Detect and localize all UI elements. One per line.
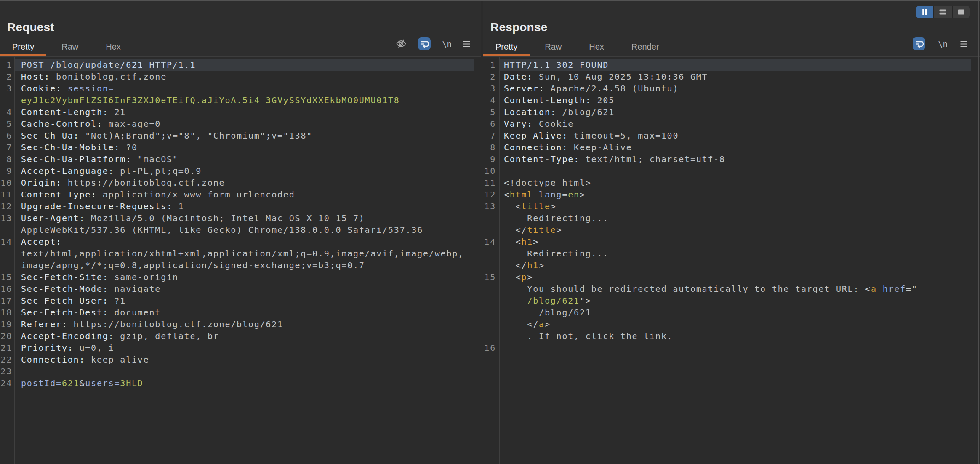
code-line[interactable]: 15Sec-Fetch-Site: same-origin xyxy=(0,271,481,283)
code-line[interactable]: 21Priority: u=0, i xyxy=(0,342,481,354)
code-line[interactable]: 10Origin: https://bonitoblog.ctf.zone xyxy=(0,177,481,189)
code-line[interactable]: /blog/621 xyxy=(483,307,980,318)
code-line[interactable]: 5Location: /blog/621 xyxy=(483,106,980,118)
code-line[interactable]: 19Referer: https://bonitoblog.ctf.zone/b… xyxy=(0,318,481,330)
line-number xyxy=(483,212,499,224)
code-line[interactable]: 2Host: bonitoblog.ctf.zone xyxy=(0,71,481,83)
code-line[interactable]: Redirecting... xyxy=(483,248,980,259)
line-number: 10 xyxy=(483,165,499,177)
line-number: 13 xyxy=(483,200,499,212)
code-line[interactable]: image/apng,*/*;q=0.8,application/signed-… xyxy=(0,259,481,271)
code-line[interactable]: 4Content-Length: 205 xyxy=(483,94,980,106)
code-line[interactable]: 14Accept: xyxy=(0,236,481,248)
code-line[interactable]: 17Sec-Fetch-User: ?1 xyxy=(0,295,481,307)
eye-off-icon[interactable] xyxy=(396,38,407,49)
code-line[interactable]: 8Sec-Ch-Ua-Platform: "macOS" xyxy=(0,153,481,165)
code-line[interactable]: 24postId=621&users=3HLD xyxy=(0,377,481,389)
word-wrap-button[interactable] xyxy=(913,37,925,50)
code-line[interactable]: 12<html lang=en> xyxy=(483,189,980,200)
line-number: 9 xyxy=(483,153,499,165)
code-line[interactable]: 7Keep-Alive: timeout=5, max=100 xyxy=(483,130,980,141)
code-line[interactable]: 22Connection: keep-alive xyxy=(0,354,481,365)
code-line[interactable]: 20Accept-Encoding: gzip, deflate, br xyxy=(0,330,481,342)
request-editor[interactable]: 1POST /blog/update/621 HTTP/1.12Host: bo… xyxy=(0,57,481,464)
code-line[interactable]: 13 <title> xyxy=(483,200,980,212)
code-line[interactable]: 9Accept-Language: pl-PL,pl;q=0.9 xyxy=(0,165,481,177)
newline-toggle[interactable]: \n xyxy=(442,39,452,48)
code-line[interactable]: 15 <p> xyxy=(483,271,980,283)
line-number: 18 xyxy=(0,307,14,318)
tab-hex[interactable]: Hex xyxy=(577,40,616,56)
code-line[interactable]: 11<!doctype html> xyxy=(483,177,980,189)
columns-layout-button[interactable] xyxy=(916,6,933,18)
code-line[interactable]: 11Content-Type: application/x-www-form-u… xyxy=(0,189,481,200)
code-line[interactable]: . If not, click the link. xyxy=(483,330,980,342)
line-number: 5 xyxy=(0,118,14,130)
request-header: Request PrettyRawHex \n xyxy=(0,1,481,57)
line-number xyxy=(483,307,499,318)
response-editor[interactable]: 1HTTP/1.1 302 FOUND2Date: Sun, 10 Aug 20… xyxy=(483,57,980,464)
line-number: 9 xyxy=(0,165,14,177)
line-number: 2 xyxy=(483,71,499,83)
line-number xyxy=(0,259,14,271)
code-line[interactable]: text/html,application/xhtml+xml,applicat… xyxy=(0,248,481,259)
line-number xyxy=(483,248,499,259)
code-line[interactable]: 9Content-Type: text/html; charset=utf-8 xyxy=(483,153,980,165)
code-line[interactable]: 13User-Agent: Mozilla/5.0 (Macintosh; In… xyxy=(0,212,481,224)
menu-icon[interactable] xyxy=(463,40,470,48)
line-number: 11 xyxy=(0,189,14,200)
line-number: 3 xyxy=(0,83,14,94)
tab-raw[interactable]: Raw xyxy=(49,40,91,56)
code-line[interactable]: eyJ1c2VybmFtZSI6InF3ZXJ0eTEifQ.aJiYoA.5i… xyxy=(0,94,481,106)
response-tabbar: PrettyRawHexRender xyxy=(483,40,980,56)
single-layout-button[interactable] xyxy=(952,6,970,18)
tab-render[interactable]: Render xyxy=(619,40,671,56)
line-number: 2 xyxy=(0,71,14,83)
code-line[interactable]: 12Upgrade-Insecure-Requests: 1 xyxy=(0,200,481,212)
code-line[interactable]: 8Connection: Keep-Alive xyxy=(483,141,980,153)
code-line[interactable]: 16Sec-Fetch-Mode: navigate xyxy=(0,283,481,295)
code-line[interactable]: 5Cache-Control: max-age=0 xyxy=(0,118,481,130)
code-line[interactable]: AppleWebKit/537.36 (KHTML, like Gecko) C… xyxy=(0,224,481,236)
line-number: 15 xyxy=(0,271,14,283)
code-line[interactable]: 6Sec-Ch-Ua: "Not)A;Brand";v="8", "Chromi… xyxy=(0,130,481,141)
word-wrap-button[interactable] xyxy=(418,37,431,50)
code-line[interactable]: 1POST /blog/update/621 HTTP/1.1 xyxy=(0,59,481,71)
tab-raw[interactable]: Raw xyxy=(533,40,574,56)
response-header: Response PrettyRawHexRender \n xyxy=(483,1,980,57)
code-line[interactable]: 10 xyxy=(483,165,980,177)
rows-layout-button[interactable] xyxy=(933,6,951,18)
code-line[interactable]: 6Vary: Cookie xyxy=(483,118,980,130)
request-title: Request xyxy=(7,21,54,34)
code-line[interactable]: 2Date: Sun, 10 Aug 2025 13:10:36 GMT xyxy=(483,71,980,83)
code-line[interactable]: Redirecting... xyxy=(483,212,980,224)
code-line[interactable]: 3Server: Apache/2.4.58 (Ubuntu) xyxy=(483,83,980,94)
line-number xyxy=(483,318,499,330)
code-line[interactable]: </a> xyxy=(483,318,980,330)
window-right-edge xyxy=(978,1,979,464)
tab-pretty[interactable]: Pretty xyxy=(0,40,46,56)
code-line[interactable]: 3Cookie: session= xyxy=(0,83,481,94)
tab-pretty[interactable]: Pretty xyxy=(483,40,530,56)
menu-icon[interactable] xyxy=(960,40,967,48)
line-number: 8 xyxy=(483,141,499,153)
line-number xyxy=(483,259,499,271)
code-line[interactable]: 7Sec-Ch-Ua-Mobile: ?0 xyxy=(0,141,481,153)
code-line[interactable]: 16 xyxy=(483,342,980,354)
code-line[interactable]: 18Sec-Fetch-Dest: document xyxy=(0,307,481,318)
code-line[interactable]: 23 xyxy=(0,365,481,377)
tab-hex[interactable]: Hex xyxy=(93,40,133,56)
code-line[interactable]: </h1> xyxy=(483,259,980,271)
line-number: 1 xyxy=(0,59,14,71)
code-line[interactable]: You should be redirected automatically t… xyxy=(483,283,980,295)
response-toolbar: \n xyxy=(913,37,980,51)
request-toolbar: \n xyxy=(396,37,481,51)
newline-toggle[interactable]: \n xyxy=(938,39,948,48)
line-number: 6 xyxy=(483,118,499,130)
code-line[interactable]: </title> xyxy=(483,224,980,236)
code-line[interactable]: 4Content-Length: 21 xyxy=(0,106,481,118)
code-line[interactable]: 1HTTP/1.1 302 FOUND xyxy=(483,59,980,71)
code-line[interactable]: 14 <h1> xyxy=(483,236,980,248)
line-number: 15 xyxy=(483,271,499,283)
code-line[interactable]: /blog/621"> xyxy=(483,295,980,307)
